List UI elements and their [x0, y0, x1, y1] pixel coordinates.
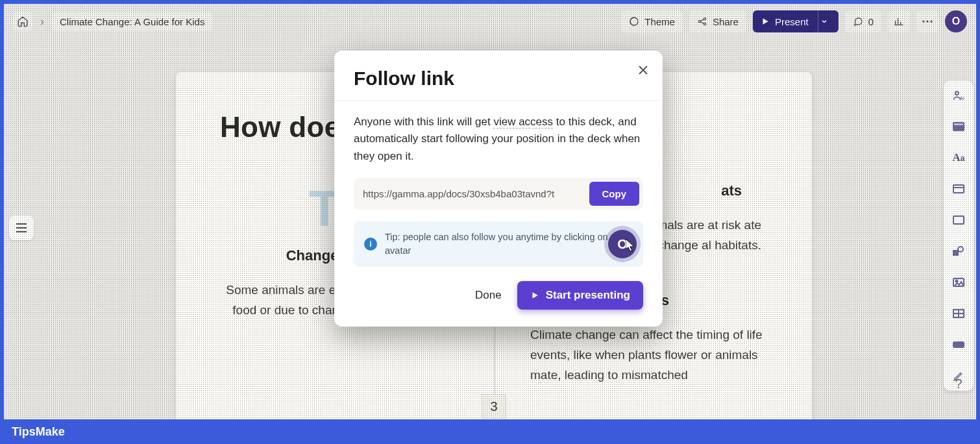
start-presenting-button[interactable]: Start presenting [517, 281, 643, 310]
footer-brand: TipsMake [12, 425, 65, 439]
follow-link-modal: Follow link Anyone with this link will g… [334, 51, 663, 327]
play-icon [530, 291, 539, 300]
footer-bar: TipsMake [0, 419, 980, 444]
info-icon: i [364, 238, 377, 251]
link-row: Copy [354, 178, 643, 210]
link-input[interactable] [358, 182, 589, 206]
tip-box: i Tip: people can also follow you anytim… [354, 221, 643, 267]
done-button[interactable]: Done [471, 282, 506, 308]
close-icon [638, 65, 648, 75]
tip-text: Tip: people can also follow you anytime … [385, 230, 633, 258]
tip-avatar[interactable]: O [608, 230, 637, 258]
copy-button[interactable]: Copy [589, 182, 640, 206]
close-button[interactable] [634, 61, 652, 79]
modal-overlay[interactable]: Follow link Anyone with this link will g… [4, 4, 976, 419]
modal-title: Follow link [354, 68, 643, 90]
modal-description: Anyone with this link will get view acce… [354, 114, 643, 165]
modal-actions: Done Start presenting [354, 281, 643, 310]
start-label: Start presenting [546, 289, 630, 302]
modal-divider [334, 100, 663, 101]
view-access-term: view access [493, 116, 553, 129]
